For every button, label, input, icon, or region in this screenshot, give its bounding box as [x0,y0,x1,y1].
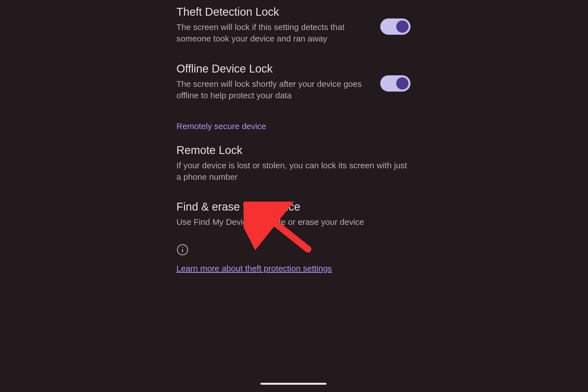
offline-lock-description: The screen will lock shortly after your … [176,78,372,101]
learn-more-link[interactable]: Learn more about theft protection settin… [176,262,410,276]
info-icon [176,244,189,256]
home-indicator[interactable] [260,383,326,385]
theft-detection-text: Theft Detection Lock The screen will loc… [176,4,380,45]
offline-lock-text: Offline Device Lock The screen will lock… [176,61,380,101]
find-erase-title: Find & erase your device [176,199,410,214]
info-row [176,236,410,262]
toggle-thumb [396,77,409,90]
remote-lock-description: If your device is lost or stolen, you ca… [176,160,410,183]
settings-content: Theft Detection Lock The screen will loc… [156,0,431,276]
offline-lock-title: Offline Device Lock [176,61,372,76]
svg-point-2 [182,247,183,248]
theft-detection-title: Theft Detection Lock [176,4,372,19]
theft-detection-lock-item[interactable]: Theft Detection Lock The screen will loc… [176,0,410,53]
theft-detection-description: The screen will lock if this setting det… [176,21,372,45]
remote-lock-item[interactable]: Remote Lock If your device is lost or st… [176,134,410,191]
find-erase-description: Use Find My Device to locate or erase yo… [176,216,410,228]
remote-lock-title: Remote Lock [176,143,410,157]
find-erase-item[interactable]: Find & erase your device Use Find My Dev… [176,191,410,236]
offline-device-lock-item[interactable]: Offline Device Lock The screen will lock… [176,53,410,110]
offline-lock-toggle[interactable] [380,75,410,92]
theft-detection-toggle[interactable] [380,18,410,35]
toggle-thumb [396,20,409,33]
section-header-remotely-secure: Remotely secure device [176,110,410,134]
settings-screen: Theft Detection Lock The screen will loc… [156,0,431,392]
